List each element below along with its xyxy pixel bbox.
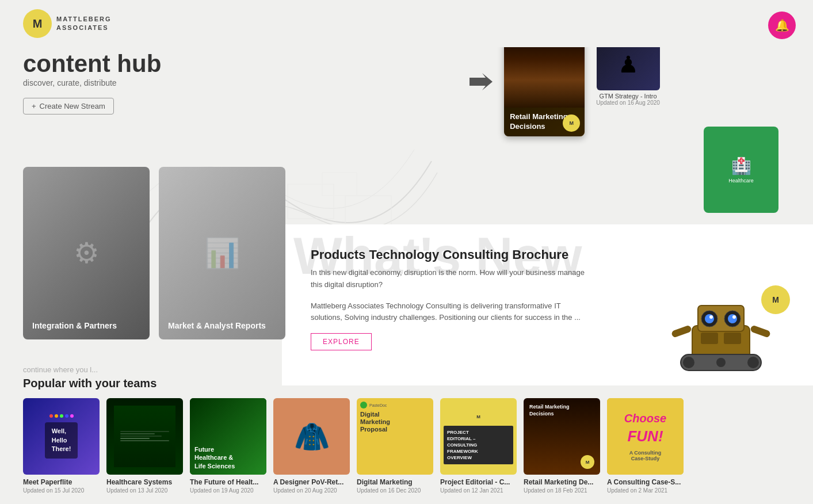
recommended-main-card[interactable]: Retail Marketing Decisions M: [504, 39, 585, 136]
popular-card-future-healthcare[interactable]: FutureHealthcare &Life Sciences The Futu…: [190, 398, 266, 494]
svg-marker-0: [470, 73, 493, 90]
popular-card-healthcare-systems-title: Healthcare Systems: [106, 478, 183, 486]
popular-card-paperflite-date: Updated on 15 Jul 2020: [23, 487, 100, 494]
popular-card-healthcare-systems[interactable]: Healthcare Systems Updated on 13 Jul 202…: [106, 398, 183, 494]
chess-icon: ♟: [618, 51, 639, 78]
svg-rect-3: [322, 173, 357, 196]
popular-card-digital-marketing-thumb: PasteDoc DigitalMarketingProposal: [357, 398, 433, 475]
popular-card-consulting-case-date: Updated on 2 Mar 2021: [607, 487, 684, 494]
popular-card-designer-pov[interactable]: 🧥 A Designer PoV-Ret... Updated on 20 Au…: [273, 398, 350, 494]
bell-icon: 🔔: [775, 18, 789, 32]
popular-card-retail-marketing-date: Updated on 18 Feb 2021: [524, 487, 600, 494]
logo-wrap: M MATTLEBERG ASSOCIATES: [23, 9, 112, 38]
popular-card-future-healthcare-title: The Future of Healt...: [190, 478, 266, 486]
recommended-items: Retail Marketing Decisions M ♟ GTM Strat…: [470, 39, 660, 136]
header: M MATTLEBERG ASSOCIATES: [0, 0, 813, 47]
whats-new-section: What's New Products Technology Consultin…: [282, 224, 813, 385]
project-m-badge: M: [472, 411, 485, 423]
stream-card-market-label: Market & Analyst Reports: [168, 321, 266, 330]
popular-section-title: Popular with your teams: [23, 377, 813, 390]
logo-badge: M: [23, 9, 52, 38]
stream-card-market[interactable]: 📊 Market & Analyst Reports: [159, 167, 285, 339]
svg-rect-17: [750, 324, 771, 338]
stream-card-integration[interactable]: ⚙ Integration & Partners: [23, 167, 150, 339]
popular-card-paperflite-thumb: Well, Hello There!: [23, 398, 100, 475]
explore-button[interactable]: EXPLORE: [311, 333, 372, 350]
digital-dot-icon: [360, 402, 367, 408]
popular-card-future-healthcare-thumb: FutureHealthcare &Life Sciences: [190, 398, 266, 475]
popular-card-digital-marketing-date: Updated on 16 Dec 2020: [357, 487, 433, 494]
logo-text: MATTLEBERG ASSOCIATES: [56, 15, 112, 33]
whats-new-article-title: Products Technology Consulting Brochure: [311, 247, 587, 262]
stream-card-integration-label: Integration & Partners: [32, 321, 117, 330]
popular-card-retail-marketing[interactable]: Retail MarketingDecisions M Retail Marke…: [524, 398, 600, 494]
popular-card-project-editorial-thumb: M PROJECT EDITORIAL – CONSULTING FRAMEWO…: [440, 398, 517, 475]
notification-bell[interactable]: 🔔: [768, 12, 796, 39]
popular-card-healthcare-systems-thumb: [106, 398, 183, 475]
popular-card-project-editorial-date: Updated on 12 Jan 2021: [440, 487, 517, 494]
svg-rect-1: [288, 184, 334, 219]
whats-new-article-body2: Mattleberg Associates Technology Consult…: [311, 300, 587, 324]
create-stream-label: Create New Stream: [40, 102, 105, 110]
create-stream-button[interactable]: + Create New Stream: [23, 98, 114, 114]
popular-section: Popular with your teams Well,: [23, 377, 813, 494]
svg-rect-18: [701, 333, 718, 344]
retail-m-badge: M: [581, 455, 594, 469]
svg-rect-19: [724, 333, 741, 344]
svg-point-15: [716, 358, 726, 367]
popular-card-future-healthcare-date: Updated on 19 Aug 2020: [190, 487, 266, 494]
popular-card-retail-marketing-thumb: Retail MarketingDecisions M: [524, 398, 600, 475]
wall-e-image: M: [663, 270, 778, 385]
whats-new-content: Products Technology Consulting Brochure …: [311, 247, 587, 350]
popular-cards-list: Well, Hello There! Meet Paperflite Updat…: [23, 398, 813, 494]
popular-card-retail-marketing-title: Retail Marketing De...: [524, 478, 600, 486]
popular-card-designer-pov-date: Updated on 20 Aug 2020: [273, 487, 350, 494]
continue-text: continue where you l...: [23, 365, 98, 374]
recommended-main-card-badge: M: [563, 114, 580, 132]
svg-point-11: [732, 315, 736, 319]
wall-e-m-badge: M: [761, 285, 790, 314]
main-left-panel: content hub discover, curate, distribute…: [23, 52, 161, 114]
plus-icon: +: [32, 102, 36, 110]
svg-rect-16: [671, 324, 692, 338]
stream-cards-container: ⚙ Integration & Partners 📊 Market & Anal…: [23, 167, 285, 339]
recommendation-arrow-icon: [470, 73, 493, 94]
svg-point-10: [709, 315, 713, 319]
popular-card-paperflite-title: Meet Paperflite: [23, 478, 100, 486]
popular-card-healthcare-systems-date: Updated on 13 Jul 2020: [106, 487, 183, 494]
svg-point-9: [728, 314, 737, 323]
popular-card-project-editorial-title: Project Editorial - C...: [440, 478, 517, 486]
whats-new-article-body1: In this new digital economy, disruption …: [311, 267, 587, 291]
svg-point-14: [747, 357, 759, 368]
popular-card-project-editorial[interactable]: M PROJECT EDITORIAL – CONSULTING FRAMEWO…: [440, 398, 517, 494]
popular-card-designer-pov-title: A Designer PoV-Ret...: [273, 478, 350, 486]
popular-card-consulting-case[interactable]: Choose FUN! A ConsultingCase-Study A Con…: [607, 398, 684, 494]
popular-card-paperflite[interactable]: Well, Hello There! Meet Paperflite Updat…: [23, 398, 100, 494]
svg-point-13: [683, 357, 694, 368]
content-hub-subtitle: discover, curate, distribute: [23, 78, 161, 87]
popular-card-digital-marketing-title: Digital Marketing: [357, 478, 433, 486]
logo-letter: M: [33, 17, 43, 30]
green-healthcare-card[interactable]: 🏥 Healthcare: [704, 127, 778, 213]
popular-card-designer-pov-thumb: 🧥: [273, 398, 350, 475]
popular-card-consulting-case-thumb: Choose FUN! A ConsultingCase-Study: [607, 398, 684, 475]
recommended-secondary-label: GTM Strategy - Intro Updated on 16 Aug 2…: [596, 93, 660, 106]
popular-card-consulting-case-title: A Consulting Case-S...: [607, 478, 684, 486]
svg-point-8: [705, 314, 714, 323]
content-hub-title: content hub: [23, 52, 161, 76]
wall-e-robot-svg: [669, 280, 773, 383]
recommended-secondary-card[interactable]: ♟ GTM Strategy - Intro Updated on 16 Aug…: [596, 39, 660, 106]
popular-card-digital-marketing[interactable]: PasteDoc DigitalMarketingProposal Digita…: [357, 398, 433, 494]
